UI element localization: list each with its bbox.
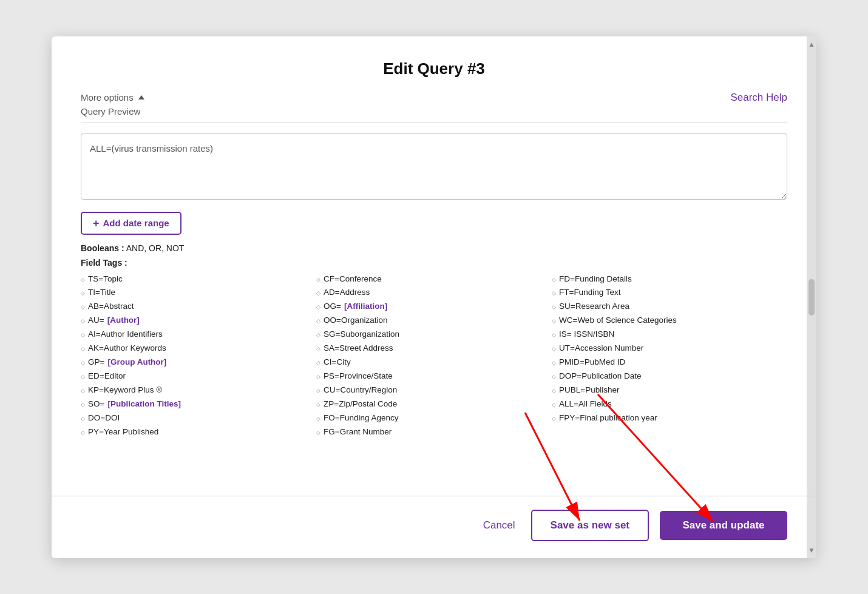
list-item: ◇SG=Suborganization <box>316 328 552 342</box>
list-item: ◇ZP=Zip/Postal Code <box>316 397 552 411</box>
arrow-up-icon <box>138 95 144 100</box>
field-tag-link[interactable]: [Publication Titles] <box>107 397 181 411</box>
list-item: ◇PS=Province/State <box>316 370 552 383</box>
save-new-set-button[interactable]: Save as new set <box>531 510 649 541</box>
list-item: ◇FO=Funding Agency <box>316 411 552 425</box>
list-item: ◇UT=Accession Number <box>552 342 787 356</box>
top-bar: More options Search Help <box>81 92 787 104</box>
list-item: ◇FD=Funding Details <box>552 272 787 286</box>
list-item: ◇TI=Title <box>81 286 316 300</box>
top-divider <box>81 123 787 123</box>
field-tags-title: Field Tags : <box>81 258 787 268</box>
list-item: ◇FG=Grant Number <box>316 425 552 439</box>
query-input[interactable]: ALL=(virus transmission rates) <box>81 133 787 200</box>
list-item: ◇AD=Address <box>316 286 552 300</box>
save-update-button[interactable]: Save and update <box>660 511 787 540</box>
modal-body: More options Search Help Query Preview A… <box>52 92 816 496</box>
list-item: ◇FT=Funding Text <box>552 286 787 300</box>
list-item: ◇SO=[Publication Titles] <box>81 397 316 411</box>
field-tag-link[interactable]: [Affiliation] <box>344 300 387 314</box>
list-item: ◇DO=DOI <box>81 411 316 425</box>
more-options-label: More options <box>81 92 134 103</box>
field-tags-grid: ◇TS=Topic◇TI=Title◇AB=Abstract◇AU=[Autho… <box>81 272 787 439</box>
list-item: ◇DOP=Publication Date <box>552 370 787 383</box>
booleans-label: Booleans : <box>81 243 124 253</box>
list-item: ◇CI=City <box>316 356 552 370</box>
list-item: ◇AU=[Author] <box>81 314 316 328</box>
list-item: ◇KP=Keyword Plus ® <box>81 383 316 397</box>
list-item: ◇AK=Author Keywords <box>81 342 316 356</box>
edit-query-modal: ▲ ▼ Edit Query #3 More options Search He… <box>52 36 816 558</box>
query-preview-label: Query Preview <box>81 106 787 116</box>
list-item: ◇WC=Web of Science Categories <box>552 314 787 328</box>
list-item: ◇AB=Abstract <box>81 300 316 314</box>
booleans-value: AND, OR, NOT <box>126 243 185 253</box>
list-item: ◇GP=[Group Author] <box>81 356 316 370</box>
list-item: ◇OO=Organization <box>316 314 552 328</box>
list-item: ◇CF=Conference <box>316 272 552 286</box>
list-item: ◇SA=Street Address <box>316 342 552 356</box>
list-item: ◇FPY=Final publication year <box>552 411 787 425</box>
list-item: ◇SU=Research Area <box>552 300 787 314</box>
list-item: ◇IS= ISSN/ISBN <box>552 328 787 342</box>
add-date-range-label: Add date range <box>103 218 169 228</box>
modal-footer: Cancel Save as new set Save and update <box>52 496 816 558</box>
booleans-row: Booleans : AND, OR, NOT <box>81 243 787 253</box>
field-tag-link[interactable]: [Group Author] <box>107 356 166 370</box>
modal-title: Edit Query #3 <box>52 36 816 92</box>
field-tags-section: Field Tags : ◇TS=Topic◇TI=Title◇AB=Abstr… <box>81 258 787 439</box>
list-item: ◇CU=Country/Region <box>316 383 552 397</box>
cancel-button[interactable]: Cancel <box>483 519 515 532</box>
list-item: ◇AI=Author Identifiers <box>81 328 316 342</box>
plus-icon: + <box>93 218 100 229</box>
list-item: ◇PUBL=Publisher <box>552 383 787 397</box>
list-item: ◇OG=[Affiliation] <box>316 300 552 314</box>
search-help-link[interactable]: Search Help <box>730 92 787 104</box>
more-options-toggle[interactable]: More options <box>81 92 144 103</box>
list-item: ◇ED=Editor <box>81 370 316 383</box>
list-item: ◇PY=Year Published <box>81 425 316 439</box>
list-item: ◇PMID=PubMed ID <box>552 356 787 370</box>
add-date-range-button[interactable]: + Add date range <box>81 212 181 235</box>
scroll-up-arrow[interactable]: ▲ <box>807 38 816 51</box>
list-item: ◇ALL=All Fields <box>552 397 787 411</box>
list-item: ◇TS=Topic <box>81 272 316 286</box>
field-tag-link[interactable]: [Author] <box>107 314 140 328</box>
